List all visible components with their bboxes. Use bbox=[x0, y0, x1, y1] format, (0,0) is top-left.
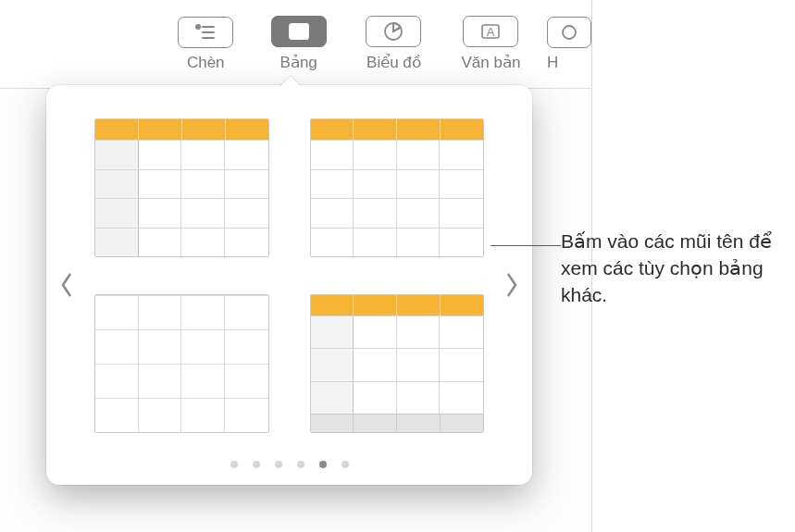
page-dot[interactable] bbox=[253, 461, 260, 468]
textbox-icon: A bbox=[463, 16, 518, 47]
svg-text:A: A bbox=[487, 25, 495, 39]
pie-chart-icon bbox=[366, 16, 421, 47]
toolbar-text[interactable]: A Văn bản bbox=[442, 0, 540, 88]
page-dot[interactable] bbox=[342, 461, 349, 468]
table-style-option[interactable] bbox=[94, 118, 269, 257]
table-styles-popover bbox=[46, 85, 532, 485]
page-dot[interactable] bbox=[319, 461, 327, 468]
table-style-option[interactable] bbox=[310, 118, 485, 257]
toolbar-chart-label: Biểu đồ bbox=[366, 53, 421, 72]
toolbar-shape[interactable]: H bbox=[540, 0, 591, 88]
svg-rect-7 bbox=[290, 24, 308, 39]
page-dot[interactable] bbox=[275, 461, 282, 468]
toolbar-insert[interactable]: Chèn bbox=[159, 0, 252, 88]
chevron-left-icon bbox=[59, 272, 74, 298]
toolbar-text-label: Văn bản bbox=[462, 53, 521, 72]
next-page-arrow[interactable] bbox=[491, 85, 532, 485]
toolbar-chart[interactable]: Biểu đồ bbox=[345, 0, 442, 88]
callout-annotation: Bấm vào các mũi tên để xem các tùy chọn … bbox=[561, 229, 789, 309]
page-indicator bbox=[46, 461, 532, 468]
insert-list-icon bbox=[178, 17, 233, 48]
prev-page-arrow[interactable] bbox=[46, 85, 87, 485]
toolbar-shape-label: H bbox=[547, 54, 558, 72]
page-dot[interactable] bbox=[230, 461, 238, 468]
table-style-option[interactable] bbox=[310, 294, 485, 433]
chevron-right-icon bbox=[504, 272, 519, 298]
shape-icon bbox=[547, 17, 591, 48]
svg-point-17 bbox=[563, 26, 576, 39]
document-canvas: Chèn Bảng Biểu đồ A Văn bản H bbox=[0, 0, 592, 532]
table-style-grid bbox=[87, 85, 491, 485]
callout-leader-line bbox=[491, 245, 561, 246]
callout-text: Bấm vào các mũi tên để xem các tùy chọn … bbox=[561, 229, 789, 309]
toolbar-table-label: Bảng bbox=[280, 53, 317, 72]
table-icon bbox=[271, 16, 327, 47]
page-dot[interactable] bbox=[297, 461, 304, 468]
toolbar-insert-label: Chèn bbox=[187, 54, 225, 72]
table-style-option[interactable] bbox=[94, 294, 269, 433]
